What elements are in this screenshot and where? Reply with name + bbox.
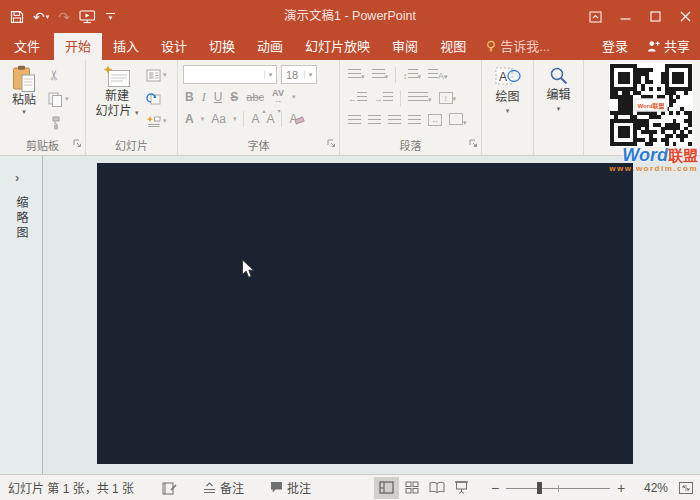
strikethrough-button[interactable]: S [230,90,238,104]
distribute-button[interactable]: ↔ [428,114,442,126]
save-button[interactable] [10,10,24,24]
undo-dropdown-caret[interactable]: ▾ [46,13,50,20]
view-slideshow-button[interactable] [449,477,474,499]
font-name-caret[interactable]: ▾ [264,71,276,79]
ribbon-display-options-button[interactable] [580,0,610,33]
character-spacing-button[interactable]: AV ↔ [272,89,284,105]
line-spacing-button[interactable]: ↕▾ [403,69,421,81]
paste-button[interactable]: 粘贴 ▾ [5,65,43,116]
zoom-slider[interactable] [506,481,610,495]
editing-button[interactable]: 编辑 ▾ [534,66,583,113]
font-color-caret[interactable]: ▾ [201,115,205,123]
increase-indent-button[interactable]: → [374,92,393,104]
paragraph-dialog-launcher[interactable] [469,134,478,152]
titlebar: ↶ ▾ ↷ ▾ 演示文稿1 - PowerPoint [0,0,700,33]
font-size-caret[interactable]: ▾ [304,71,316,79]
view-normal-button[interactable] [374,477,399,499]
font-size-combo[interactable]: 18 ▾ [281,65,317,84]
bold-button[interactable]: B [185,90,194,104]
minimize-button[interactable] [610,0,640,33]
smartart-button[interactable]: ▾ [449,113,467,127]
bullets-caret[interactable]: ▾ [361,73,365,80]
new-slide-caret: ▾ [135,109,139,116]
text-direction-caret[interactable]: ▾ [444,73,448,80]
align-center-button[interactable] [368,115,381,125]
close-button[interactable] [670,0,700,33]
tab-home[interactable]: 开始 [54,33,102,60]
numbering-button[interactable]: ▾ [372,69,389,81]
font-separator-2 [281,111,282,127]
undo-button[interactable]: ↶ ▾ [33,10,49,24]
tab-file[interactable]: 文件 [0,33,54,60]
zoom-slider-thumb[interactable] [537,482,542,494]
tab-view[interactable]: 视图 [429,33,477,60]
columns-caret[interactable]: ▾ [428,96,432,103]
columns-icon-left [408,92,418,102]
slide-layout-button[interactable]: ▾ [146,66,167,84]
shrink-font-button[interactable]: A ▾ [266,112,274,126]
italic-button[interactable]: I [202,90,206,105]
text-direction-button[interactable]: A▾ [428,69,448,81]
smartart-caret[interactable]: ▾ [463,119,467,126]
section-button[interactable]: ▾ [146,112,167,130]
columns-button[interactable]: ▾ [408,92,432,104]
font-name-combo[interactable]: ▾ [183,65,277,84]
new-slide-button[interactable]: 新建 幻灯片 ▾ [92,65,142,120]
tab-design[interactable]: 设计 [150,33,198,60]
align-left-button[interactable] [348,115,361,125]
fit-slide-to-window-button[interactable] [678,481,694,495]
clear-formatting-button[interactable]: A [289,112,304,126]
tab-slideshow[interactable]: 幻灯片放映 [294,33,381,60]
tab-review[interactable]: 审阅 [381,33,429,60]
zoom-out-button[interactable]: − [488,480,502,496]
notes-button[interactable]: 备注 [203,479,244,496]
change-case-caret[interactable]: ▾ [233,115,237,123]
view-reading-button[interactable] [424,477,449,499]
bullets-button[interactable]: ▾ [348,69,365,81]
editing-label: 编辑 [546,88,570,103]
justify-button[interactable] [408,115,421,125]
numbering-caret[interactable]: ▾ [385,73,389,80]
zoom-in-button[interactable]: + [614,480,628,496]
reset-slide-button[interactable] [146,89,167,107]
cut-button[interactable]: ✂ [48,66,69,84]
view-slide-sorter-button[interactable] [399,477,424,499]
wordlm-watermark: Word联盟 www.wordlm.com [609,146,698,173]
tellme-box[interactable]: 告诉我... [477,33,559,60]
start-slideshow-button[interactable] [79,10,96,24]
tab-insert[interactable]: 插入 [102,33,150,60]
underline-button[interactable]: U [214,90,223,104]
maximize-button[interactable] [640,0,670,33]
customize-qat-caret: ▾ [109,15,113,20]
slide-counter[interactable]: 幻灯片 第 1 张，共 1 张 [8,479,134,496]
customize-qat-button[interactable]: ▾ [105,13,116,20]
change-case-button[interactable]: Aa [211,112,226,126]
signin-button[interactable]: 登录 [591,33,639,60]
grow-font-button[interactable]: A ▴ [251,112,259,126]
character-spacing-caret[interactable]: ▾ [292,93,296,101]
share-button[interactable]: 共享 [639,33,700,60]
expand-pane-chevron-icon[interactable]: › [15,170,19,185]
proofing-status-button[interactable] [162,481,177,495]
slide-canvas[interactable] [97,163,633,464]
comments-button[interactable]: 批注 [270,479,311,496]
thumbnail-pane-collapsed[interactable]: › 缩略图 [0,156,43,474]
notes-label: 备注 [220,479,244,496]
text-shadow-button[interactable]: abc [246,91,264,103]
align-text-button[interactable]: ↕▾ [439,92,457,105]
tab-animations[interactable]: 动画 [246,33,294,60]
decrease-indent-button[interactable]: ← [348,92,367,104]
zoom-level[interactable]: 42% [632,481,668,495]
align-right-button[interactable] [388,115,401,125]
tab-transitions[interactable]: 切换 [198,33,246,60]
redo-button-disabled[interactable]: ↷ [58,10,70,24]
font-color-button[interactable]: A [185,112,194,126]
format-painter-button[interactable] [48,114,69,132]
drawing-button[interactable]: A 绘图 ▾ [482,66,533,115]
comments-label: 批注 [287,479,311,496]
copy-button[interactable]: ▾ [48,90,69,108]
font-dialog-launcher[interactable] [327,134,336,152]
clipboard-dialog-launcher[interactable] [73,134,82,152]
line-spacing-caret[interactable]: ▾ [418,73,422,80]
align-text-caret[interactable]: ▾ [453,95,457,102]
